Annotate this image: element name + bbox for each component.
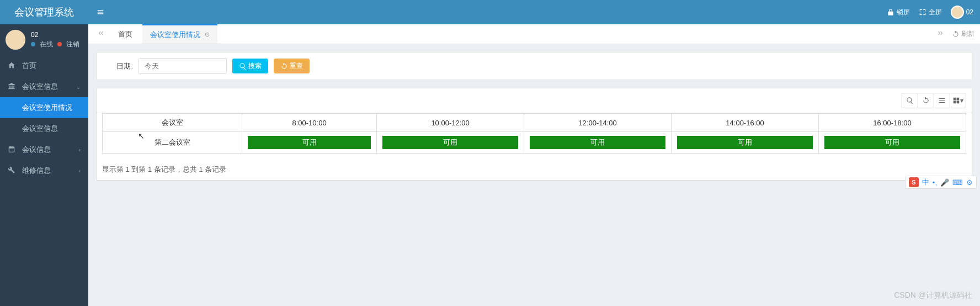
bank-icon	[8, 82, 18, 92]
sidebar-item-maintenance[interactable]: 维修信息 ‹	[0, 160, 88, 181]
table-columns-button[interactable]: ▾	[950, 93, 966, 108]
date-label: 日期:	[105, 61, 133, 71]
availability-badge[interactable]: 可用	[824, 136, 960, 149]
chevron-down-icon: ⌄	[76, 84, 81, 90]
search-icon	[906, 97, 914, 104]
online-dot-icon	[31, 42, 35, 46]
refresh-icon	[952, 30, 960, 38]
room-name-cell: 第二会议室	[103, 132, 242, 154]
tab-label: 会议室使用情况	[150, 30, 200, 40]
search-btn-label: 搜索	[248, 61, 262, 71]
user-name: 02	[31, 31, 79, 39]
search-button[interactable]: 搜索	[232, 59, 268, 73]
reset-btn-label: 重查	[290, 61, 303, 71]
sidebar-label: 会议室使用情况	[22, 103, 72, 113]
sidebar-label: 会议室信息	[22, 124, 58, 134]
tab-label: 首页	[118, 29, 132, 39]
list-icon	[938, 97, 946, 104]
refresh-icon	[922, 97, 930, 104]
lock-button[interactable]: 锁屏	[887, 8, 910, 17]
table-toggle-button[interactable]	[934, 93, 950, 108]
grid-icon	[952, 97, 960, 104]
sidebar-item-room-info[interactable]: 会议室信息 ⌄	[0, 76, 88, 97]
double-left-icon	[97, 29, 105, 37]
table-header[interactable]: 会议室	[103, 114, 242, 132]
user-label: 02	[966, 8, 973, 16]
watermark: CSDN @计算机源码社	[894, 291, 972, 300]
tab-home[interactable]: 首页	[110, 24, 140, 44]
sidebar-toggle-button[interactable]	[88, 0, 113, 24]
tab-prev-button[interactable]	[94, 28, 108, 40]
home-icon	[8, 61, 18, 71]
availability-badge[interactable]: 可用	[382, 136, 518, 149]
availability-badge[interactable]: 可用	[248, 136, 371, 149]
calendar-icon	[8, 145, 18, 155]
refresh-icon	[280, 62, 288, 70]
chevron-left-icon: ‹	[79, 168, 81, 174]
ime-mic-icon: 🎤	[940, 178, 949, 187]
lock-label: 锁屏	[897, 8, 910, 17]
table-refresh-button[interactable]	[918, 93, 934, 108]
tab-next-button[interactable]	[933, 28, 947, 40]
avatar-icon	[951, 6, 964, 19]
sidebar-label: 会议信息	[22, 145, 51, 155]
double-right-icon	[936, 29, 944, 37]
user-panel: 02 在线 注销	[0, 24, 88, 55]
ime-lang: 中	[922, 177, 929, 187]
ime-punct-icon: •,	[933, 178, 937, 187]
availability-table: 会议室 8:00-10:00 10:00-12:00 12:00-14:00 1…	[102, 113, 966, 154]
fullscreen-label: 全屏	[929, 8, 942, 17]
refresh-button[interactable]: 刷新	[952, 28, 974, 40]
sidebar-item-home[interactable]: 首页	[0, 55, 88, 76]
availability-badge[interactable]: 可用	[530, 136, 665, 149]
sidebar-item-room-usage[interactable]: 会议室使用情况	[0, 97, 88, 118]
availability-badge[interactable]: 可用	[677, 136, 813, 149]
tab-room-usage[interactable]: 会议室使用情况 ⊙	[142, 24, 217, 44]
app-logo: 会议管理系统	[0, 0, 88, 24]
chevron-left-icon: ‹	[79, 147, 81, 153]
wrench-icon	[8, 166, 18, 176]
sidebar-item-room-detail[interactable]: 会议室信息	[0, 118, 88, 139]
ime-keyboard-icon: ⌨	[952, 178, 963, 187]
fullscreen-icon	[919, 8, 926, 16]
reset-button[interactable]: 重查	[274, 59, 310, 73]
search-panel: 日期: 搜索 重查	[96, 52, 972, 80]
table-search-button[interactable]	[902, 93, 918, 108]
date-input[interactable]	[139, 58, 227, 74]
record-summary: 显示第 1 到第 1 条记录，总共 1 条记录	[97, 159, 972, 180]
table-header[interactable]: 14:00-16:00	[672, 114, 819, 132]
user-menu[interactable]: 02	[951, 6, 973, 19]
table-header[interactable]: 12:00-14:00	[524, 114, 672, 132]
lock-icon	[887, 8, 894, 16]
refresh-label: 刷新	[961, 29, 974, 39]
ime-settings-icon: ⚙	[966, 178, 973, 187]
table-header[interactable]: 16:00-18:00	[819, 114, 966, 132]
logout-link[interactable]: 注销	[66, 40, 79, 49]
sidebar-label: 维修信息	[22, 166, 51, 176]
table-row[interactable]: 第二会议室 可用 可用 可用 可用 可用	[103, 132, 966, 154]
online-status[interactable]: 在线	[40, 40, 53, 49]
table-header[interactable]: 8:00-10:00	[242, 114, 377, 132]
ime-widget[interactable]: S 中 •, 🎤 ⌨ ⚙	[905, 176, 977, 189]
bars-icon	[97, 8, 104, 16]
avatar	[6, 30, 25, 50]
search-icon	[239, 62, 247, 70]
close-icon[interactable]: ⊙	[205, 31, 210, 38]
table-header[interactable]: 10:00-12:00	[377, 114, 524, 132]
sidebar-item-meeting-info[interactable]: 会议信息 ‹	[0, 139, 88, 160]
ime-logo-icon: S	[909, 177, 919, 187]
logout-dot-icon	[57, 42, 62, 46]
sidebar-label: 首页	[22, 61, 36, 71]
fullscreen-button[interactable]: 全屏	[919, 8, 942, 17]
sidebar-label: 会议室信息	[22, 82, 58, 92]
